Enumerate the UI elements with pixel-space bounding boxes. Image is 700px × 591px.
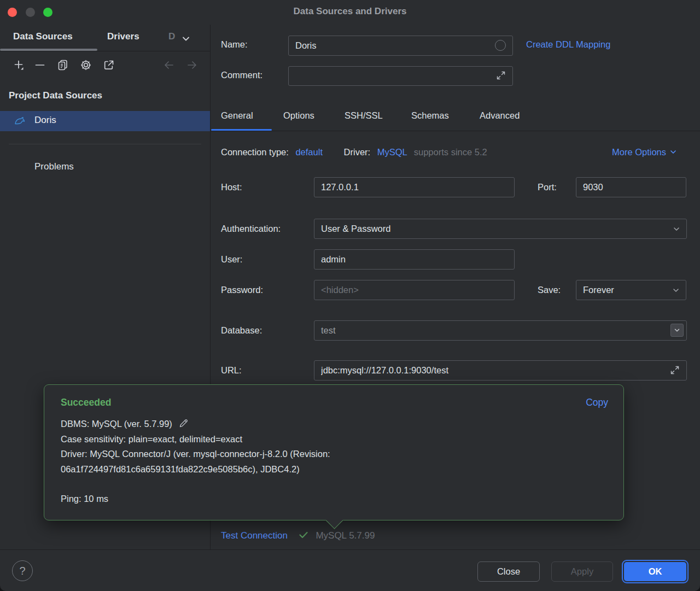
popup-ping-line: Ping: 10 ms <box>61 491 520 507</box>
name-field-circle-icon <box>495 40 506 51</box>
popup-driver-line: Driver: MySQL Connector/J (ver. mysql-co… <box>61 447 520 477</box>
remove-icon[interactable] <box>34 59 46 71</box>
ok-button-focus-ring: OK <box>622 560 689 583</box>
more-options-link[interactable]: More Options <box>612 147 678 157</box>
apply-button[interactable]: Apply <box>551 561 613 582</box>
settings-gear-icon[interactable] <box>80 59 92 71</box>
user-input[interactable] <box>314 249 515 270</box>
url-expand-icon[interactable] <box>670 365 680 375</box>
password-label: Password: <box>221 285 263 295</box>
sidebar-toolbar <box>0 51 210 79</box>
popup-details: DBMS: MySQL (ver. 5.7.99) Case sensitivi… <box>61 417 520 507</box>
save-select[interactable]: Forever <box>576 280 686 300</box>
sidebar-tab-strip: Data Sources Drivers D <box>0 25 210 51</box>
tab-overflow-truncated[interactable]: D <box>168 31 175 42</box>
success-check-icon <box>298 529 309 540</box>
name-input[interactable] <box>288 36 513 56</box>
sidebar-divider <box>9 144 201 144</box>
popup-copy-link[interactable]: Copy <box>586 397 608 408</box>
window-title: Data Sources and Drivers <box>0 6 700 17</box>
name-label: Name: <box>221 39 248 50</box>
forward-arrow-icon[interactable] <box>186 59 198 71</box>
data-source-row-doris[interactable]: Doris <box>0 111 210 131</box>
authentication-chevron-icon <box>672 225 681 233</box>
port-input[interactable] <box>576 177 686 197</box>
driver-label: Driver: <box>344 147 371 157</box>
tab-advanced[interactable]: Advanced <box>480 110 520 121</box>
url-input[interactable] <box>314 360 687 381</box>
settings-tab-strip: General Options SSH/SSL Schemas Advanced <box>211 104 700 131</box>
test-connection-link[interactable]: Test Connection <box>221 530 288 541</box>
save-chevron-icon <box>672 286 680 295</box>
host-input[interactable] <box>314 177 515 197</box>
sidebar-item-problems[interactable]: Problems <box>34 161 74 172</box>
database-value: test <box>321 325 336 336</box>
footer: ? Close Apply OK <box>0 549 700 591</box>
ok-button[interactable]: OK <box>624 562 686 581</box>
create-ddl-mapping-link[interactable]: Create DDL Mapping <box>526 39 610 50</box>
tab-overflow-chevron-icon[interactable] <box>180 33 191 44</box>
mysql-dolphin-icon <box>14 115 26 127</box>
more-options-label: More Options <box>612 147 666 157</box>
authentication-label: Authentication: <box>221 224 281 234</box>
comment-label: Comment: <box>221 70 262 80</box>
save-value: Forever <box>583 285 614 295</box>
save-label: Save: <box>538 285 561 295</box>
close-button[interactable]: Close <box>477 561 540 582</box>
tab-ssh-ssl[interactable]: SSH/SSL <box>345 110 383 121</box>
authentication-select[interactable]: User & Password <box>314 219 687 239</box>
driver-note: supports since 5.2 <box>414 147 487 157</box>
popup-case-line: Case sensitivity: plain=exact, delimited… <box>61 432 520 447</box>
tab-data-sources[interactable]: Data Sources <box>13 31 73 42</box>
user-label: User: <box>221 254 242 265</box>
url-label: URL: <box>221 365 242 376</box>
database-combobox[interactable]: test <box>314 320 687 341</box>
test-connection-row: Test Connection MySQL 5.7.99 <box>221 529 375 541</box>
driver-value[interactable]: MySQL <box>377 147 407 157</box>
password-input[interactable] <box>314 280 515 300</box>
tab-general[interactable]: General <box>221 110 253 121</box>
comment-input[interactable] <box>288 66 513 86</box>
tab-options[interactable]: Options <box>283 110 314 121</box>
host-label: Host: <box>221 182 242 192</box>
title-bar: Data Sources and Drivers <box>0 0 700 25</box>
edit-pencil-icon[interactable] <box>179 418 189 428</box>
popup-dbms-text: DBMS: MySQL (ver. 5.7.99) <box>61 419 172 429</box>
active-tab-underline <box>211 129 272 131</box>
popup-dbms-line: DBMS: MySQL (ver. 5.7.99) <box>61 417 520 432</box>
popup-status: Succeeded <box>61 397 111 408</box>
comment-expand-icon[interactable] <box>496 71 506 80</box>
authentication-value: User & Password <box>321 224 390 234</box>
more-options-chevron-icon <box>669 148 678 156</box>
test-connection-popup: Succeeded Copy DBMS: MySQL (ver. 5.7.99)… <box>44 384 624 520</box>
help-button[interactable]: ? <box>12 560 33 581</box>
connection-type-row: Connection type: default Driver: MySQL s… <box>221 147 487 157</box>
duplicate-icon[interactable] <box>57 59 69 71</box>
database-label: Database: <box>221 325 262 336</box>
back-arrow-icon[interactable] <box>163 59 175 71</box>
project-data-sources-header: Project Data Sources <box>9 90 102 101</box>
add-icon[interactable] <box>13 59 25 71</box>
tab-schemas[interactable]: Schemas <box>411 110 449 121</box>
port-label: Port: <box>538 182 557 192</box>
connection-type-value[interactable]: default <box>295 147 323 157</box>
connection-type-label: Connection type: <box>221 147 289 157</box>
tab-drivers[interactable]: Drivers <box>107 31 139 42</box>
data-source-name: Doris <box>34 115 56 126</box>
data-sources-dialog: Data Sources and Drivers Data Sources Dr… <box>0 0 700 591</box>
open-external-icon[interactable] <box>103 59 115 71</box>
database-dropdown-button[interactable] <box>670 324 684 337</box>
test-result-text: MySQL 5.7.99 <box>316 530 375 541</box>
